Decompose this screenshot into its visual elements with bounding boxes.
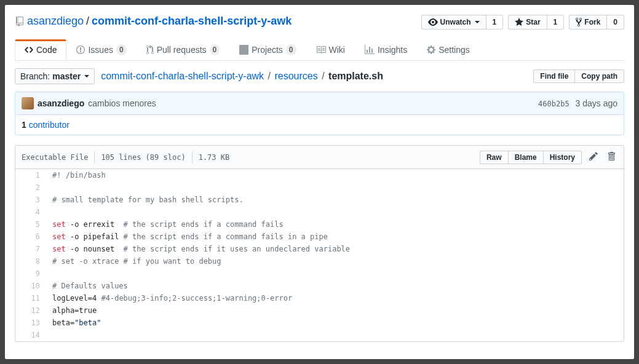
- code-line: set -o errexit # the script ends if a co…: [46, 218, 624, 231]
- contributors-bar: 1 contributor: [15, 115, 624, 135]
- history-button[interactable]: History: [544, 151, 582, 164]
- code-icon: [25, 45, 33, 55]
- code-line: logLevel=4 #4-debug;3-info;2-success;1-w…: [46, 292, 624, 304]
- book-icon: [316, 45, 326, 55]
- commit-message[interactable]: cambios menores: [88, 98, 156, 108]
- contributors-link[interactable]: 1 contributor: [22, 120, 69, 130]
- repo-title: asanzdiego / commit-conf-charla-shell-sc…: [15, 15, 292, 28]
- line-number[interactable]: 10: [15, 280, 46, 292]
- trash-icon: [608, 151, 615, 161]
- repo-icon: [15, 17, 25, 26]
- code-line: alpha=true: [46, 304, 624, 317]
- code-line: # small template for my bash shell scrip…: [46, 194, 624, 206]
- breadcrumb-file: template.sh: [328, 71, 383, 81]
- tab-projects[interactable]: Projects 0: [229, 39, 306, 60]
- delete-button[interactable]: [605, 149, 617, 165]
- code-line: # Defaults values: [46, 280, 624, 292]
- commit-sha[interactable]: 460b2b5: [538, 100, 570, 108]
- star-button[interactable]: Star: [508, 15, 547, 30]
- tab-issues[interactable]: Issues 0: [66, 39, 136, 60]
- repo-nav: Code Issues 0 Pull requests 0 Projects 0…: [15, 39, 624, 61]
- line-number[interactable]: 2: [15, 181, 46, 194]
- code-line: # set -o xtrace # if you want to debug: [46, 255, 624, 267]
- fork-icon: [576, 17, 582, 27]
- pencil-icon: [589, 151, 598, 161]
- tab-code[interactable]: Code: [15, 39, 66, 60]
- copy-path-button[interactable]: Copy path: [575, 69, 624, 83]
- graph-icon: [365, 45, 375, 55]
- pulls-count: 0: [210, 44, 220, 55]
- code-blob: 1#! /bin/bash 2 3# small template for my…: [15, 169, 624, 341]
- repo-name-link[interactable]: commit-conf-charla-shell-script-y-awk: [92, 15, 292, 28]
- line-number[interactable]: 4: [15, 206, 46, 218]
- line-number[interactable]: 8: [15, 255, 46, 267]
- star-icon: [515, 17, 523, 27]
- breadcrumb-folder[interactable]: resources: [274, 71, 317, 81]
- eye-icon: [428, 17, 438, 27]
- line-number[interactable]: 1: [15, 169, 46, 181]
- line-number[interactable]: 3: [15, 194, 46, 206]
- code-line: set -o pipefail # the script ends if a c…: [46, 231, 624, 243]
- find-file-button[interactable]: Find file: [533, 69, 575, 83]
- pull-request-icon: [146, 45, 154, 55]
- watch-button[interactable]: Unwatch: [421, 15, 486, 30]
- breadcrumb-root[interactable]: commit-conf-charla-shell-script-y-awk: [101, 71, 264, 81]
- projects-count: 0: [286, 44, 296, 55]
- breadcrumb: commit-conf-charla-shell-script-y-awk / …: [101, 71, 383, 82]
- repo-owner-link[interactable]: asanzdiego: [27, 15, 84, 28]
- code-line: set -o nounset # the script ends if it u…: [46, 243, 624, 255]
- line-number[interactable]: 9: [15, 267, 46, 280]
- raw-button[interactable]: Raw: [480, 151, 509, 164]
- tab-wiki[interactable]: Wiki: [306, 39, 355, 60]
- project-icon: [239, 45, 248, 55]
- file-info: Executable File 105 lines (89 sloc) 1.73…: [22, 152, 229, 163]
- code-line: #! /bin/bash: [46, 169, 624, 181]
- caret-icon: [84, 75, 89, 77]
- issues-count: 0: [116, 44, 127, 55]
- star-count[interactable]: 1: [547, 15, 565, 30]
- fork-button[interactable]: Fork: [569, 15, 607, 30]
- watch-count[interactable]: 1: [486, 15, 504, 30]
- fork-count[interactable]: 0: [607, 15, 624, 30]
- tab-settings[interactable]: Settings: [417, 39, 480, 60]
- code-line: beta="beta": [46, 317, 624, 329]
- line-number[interactable]: 6: [15, 231, 46, 243]
- code-line: [46, 181, 624, 194]
- code-line: [46, 329, 624, 341]
- line-number[interactable]: 11: [15, 292, 46, 304]
- tab-insights[interactable]: Insights: [355, 39, 417, 60]
- line-number[interactable]: 12: [15, 304, 46, 317]
- issue-icon: [76, 45, 85, 55]
- line-number[interactable]: 13: [15, 317, 46, 329]
- tab-pulls[interactable]: Pull requests 0: [137, 39, 230, 60]
- separator: /: [86, 15, 89, 28]
- line-number[interactable]: 5: [15, 218, 46, 231]
- line-number[interactable]: 7: [15, 243, 46, 255]
- code-line: [46, 267, 624, 280]
- caret-icon: [475, 21, 480, 23]
- blame-button[interactable]: Blame: [509, 151, 544, 164]
- commit-tease: asanzdiego cambios menores 460b2b5 3 day…: [15, 92, 624, 115]
- avatar[interactable]: [22, 97, 34, 109]
- edit-button[interactable]: [587, 149, 600, 165]
- commit-author[interactable]: asanzdiego: [38, 98, 84, 108]
- branch-select[interactable]: Branch: master: [15, 68, 95, 84]
- code-line: [46, 206, 624, 218]
- gear-icon: [427, 45, 435, 55]
- line-number[interactable]: 14: [15, 329, 46, 341]
- commit-time: 3 days ago: [576, 98, 618, 108]
